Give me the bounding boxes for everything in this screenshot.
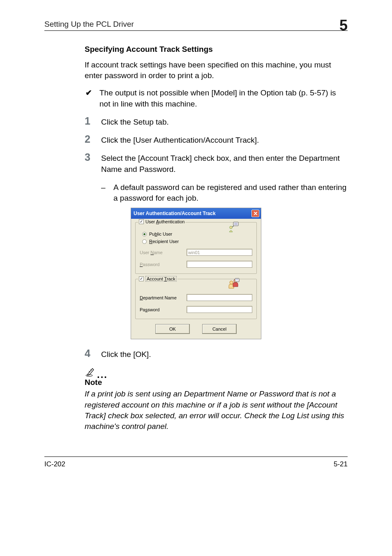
page-footer: IC-202 5-21 [44, 456, 348, 468]
step-number: 4 [85, 348, 101, 360]
dialog-buttons: OK Cancel [135, 324, 257, 334]
check-text: The output is not possible when [Model] … [99, 88, 348, 109]
ok-button[interactable]: OK [155, 324, 190, 334]
step-sub-text: A default password can be registered and… [113, 182, 348, 204]
ellipsis-icon: ... [97, 372, 108, 377]
label-department-name: Department Name [140, 295, 187, 300]
pen-icon [85, 367, 95, 377]
checkbox-icon [139, 276, 144, 281]
note-icon: ... [85, 367, 348, 377]
group-label: Account Track [145, 276, 177, 282]
dash-icon: – [101, 182, 113, 204]
svg-rect-1 [234, 223, 238, 224]
input-department-name[interactable] [187, 294, 252, 301]
step-3: 3 Select the [Account Track] check box, … [85, 153, 348, 174]
label-password: Password [140, 262, 187, 267]
intro-paragraph: If account track settings have been spec… [85, 60, 348, 81]
check-note: ✔ The output is not possible when [Model… [85, 88, 348, 109]
svg-point-4 [230, 281, 233, 284]
svg-rect-0 [233, 222, 238, 226]
checkbox-user-auth[interactable]: User Authentication [138, 219, 185, 224]
step-number: 1 [85, 116, 101, 127]
auth-dialog: User Authentication/Account Track User A… [131, 208, 261, 339]
step-number: 2 [85, 134, 101, 146]
step-number: 3 [85, 152, 101, 174]
dialog-title: User Authentication/Account Track [134, 211, 216, 216]
cancel-button[interactable]: Cancel [202, 324, 237, 334]
checkbox-account-track[interactable]: Account Track [138, 276, 178, 282]
footer-page: 5-21 [334, 460, 348, 468]
step-text: Select the [Account Track] check box, an… [101, 153, 348, 174]
step-text: Click the Setup tab. [101, 117, 169, 127]
label-user-name: User Name [140, 250, 187, 255]
input-track-password[interactable] [187, 306, 252, 313]
section-title: Specifying Account Track Settings [85, 45, 348, 54]
step-text: Click the [User Authentication/Account T… [101, 135, 259, 146]
step-2: 2 Click the [User Authentication/Account… [85, 135, 348, 146]
step-text: Click the [OK]. [101, 349, 151, 360]
radio-recipient-user[interactable]: Recipient User [142, 239, 252, 244]
chapter-number: 5 [339, 18, 348, 33]
radio-label: Recipient User [149, 239, 179, 244]
row-department-name: Department Name [140, 294, 252, 301]
row-user-name: User Name win01 [140, 249, 252, 256]
note-body: If a print job is sent using an Departme… [85, 389, 348, 432]
account-track-icon [228, 278, 240, 289]
input-password[interactable] [187, 261, 252, 268]
input-user-name[interactable]: win01 [187, 249, 252, 256]
group-user-auth: User Authentication [135, 222, 257, 274]
page-header: Setting Up the PCL Driver 5 [44, 16, 348, 31]
radio-icon [142, 232, 147, 236]
close-icon [254, 211, 258, 215]
section-path: Setting Up the PCL Driver [44, 20, 134, 30]
svg-point-3 [230, 226, 232, 229]
radio-label: Public User [149, 232, 172, 236]
radio-icon [142, 239, 147, 244]
note-label: Note [85, 378, 348, 387]
svg-rect-2 [234, 224, 238, 225]
row-track-password: Password [140, 306, 252, 313]
step-4: 4 Click the [OK]. [85, 349, 348, 360]
group-label: User Authentication [145, 219, 184, 224]
dialog-titlebar[interactable]: User Authentication/Account Track [131, 208, 261, 219]
step-3-sub: – A default password can be registered a… [101, 182, 348, 204]
footer-model: IC-202 [44, 460, 65, 468]
step-1: 1 Click the Setup tab. [85, 117, 348, 127]
check-icon: ✔ [85, 88, 99, 109]
close-button[interactable] [251, 210, 259, 217]
group-account-track: Account Track [135, 279, 257, 319]
row-password: Password [140, 261, 252, 268]
checkbox-icon [139, 219, 144, 224]
user-auth-icon [228, 222, 240, 232]
label-track-password: Password [140, 307, 187, 312]
